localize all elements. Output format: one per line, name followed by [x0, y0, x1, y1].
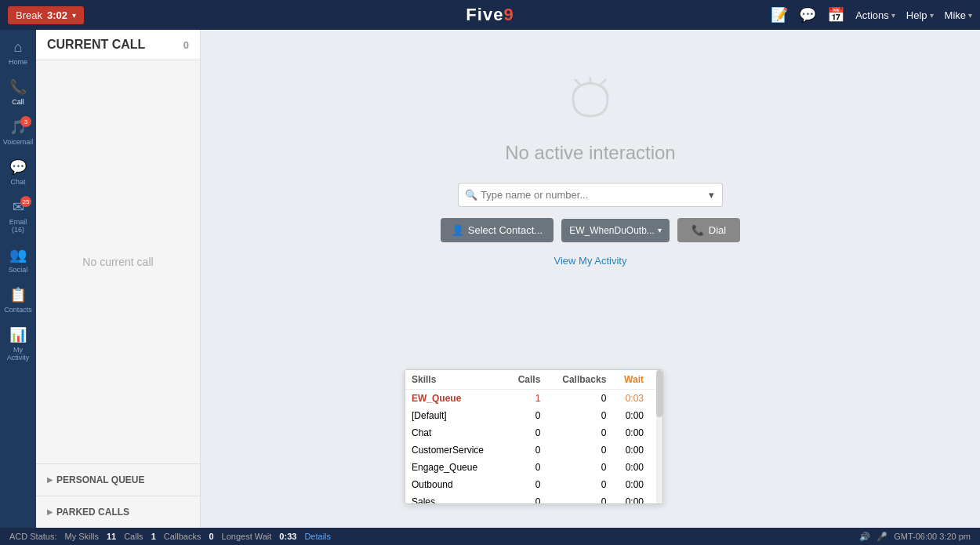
action-row: 👤 Select Contact... EW_WhenDuOutb... ▾ 📞…: [441, 218, 741, 242]
topbar: Break 3:02 ▾ Five9 📝 💬 📅 Actions ▾ Help …: [0, 0, 980, 30]
callbacks-value: 0: [209, 532, 213, 541]
calendar-icon[interactable]: 📅: [827, 6, 844, 24]
skills-table: Skills Calls Callbacks Wait EW_Queue 1 0…: [405, 370, 662, 503]
longest-wait-label: Longest Wait: [222, 532, 272, 541]
no-current-call-message: No current call: [36, 60, 200, 463]
sidebar-item-voicemail[interactable]: 3 🎵 Voicemail: [0, 112, 36, 152]
help-arrow-icon: ▾: [930, 11, 934, 20]
skills-table-row: EW_Queue 1 0 0:03: [405, 390, 662, 408]
svg-line-2: [601, 79, 606, 85]
social-icon: 👥: [9, 246, 27, 263]
sidebar: ⌂ Home 📞 Call 3 🎵 Voicemail 💬 Chat 25 ✉ …: [0, 30, 36, 528]
skills-cell-name: EW_Queue: [405, 390, 506, 408]
col-wait: Wait: [612, 370, 650, 390]
current-call-count: 0: [183, 39, 189, 51]
search-icon: 🔍: [465, 189, 477, 201]
statusbar-left: ACD Status: My Skills 11 Calls 1 Callbac…: [9, 532, 331, 541]
skills-cell-name: CustomerService: [405, 441, 506, 459]
search-input[interactable]: [458, 183, 701, 207]
sidebar-item-contacts[interactable]: 📋 Contacts: [0, 280, 36, 320]
select-contact-person-icon: 👤: [452, 224, 464, 236]
skills-cell-callbacks: 0: [546, 424, 612, 441]
skills-table-row: Sales 0 0 0:00: [405, 493, 662, 503]
skills-cell-calls: 1: [506, 390, 546, 408]
scrollbar-track[interactable]: [656, 370, 662, 503]
main-layout: ⌂ Home 📞 Call 3 🎵 Voicemail 💬 Chat 25 ✉ …: [0, 30, 980, 528]
dial-button[interactable]: 📞 Dial: [677, 218, 740, 242]
acd-status-label: ACD Status:: [9, 532, 57, 541]
break-button[interactable]: Break 3:02 ▾: [8, 6, 84, 24]
statusbar-time: GMT-06:00 3:20 pm: [894, 532, 971, 541]
break-timer: 3:02: [47, 9, 67, 21]
parked-calls-arrow-icon: ▶: [47, 508, 53, 516]
personal-queue-header[interactable]: ▶ PERSONAL QUEUE: [36, 471, 200, 489]
calls-value: 1: [151, 532, 156, 541]
parked-calls-header[interactable]: ▶ PARKED CALLS: [36, 503, 200, 521]
no-interaction-text: No active interaction: [505, 142, 675, 164]
select-contact-button[interactable]: 👤 Select Contact...: [441, 218, 554, 242]
parked-calls-section: ▶ PARKED CALLS: [36, 496, 200, 528]
parked-calls-label: PARKED CALLS: [56, 507, 129, 518]
topbar-right: 📝 💬 📅 Actions ▾ Help ▾ Mike ▾: [771, 6, 972, 24]
sidebar-item-home[interactable]: ⌂ Home: [0, 33, 36, 72]
skills-table-row: Engage_Queue 0 0 0:00: [405, 459, 662, 476]
current-call-title: CURRENT CALL: [47, 38, 145, 52]
col-callbacks: Callbacks: [546, 370, 612, 390]
phone-icon-area: [559, 77, 622, 126]
sidebar-item-social[interactable]: 👥 Social: [0, 240, 36, 280]
skills-cell-wait: 0:00: [612, 441, 650, 459]
sidebar-item-email[interactable]: 25 ✉ Email (16): [0, 192, 36, 240]
sidebar-item-chat[interactable]: 💬 Chat: [0, 152, 36, 192]
home-icon: ⌂: [14, 39, 23, 56]
skills-cell-callbacks: 0: [546, 493, 612, 503]
notes-icon[interactable]: 📝: [771, 6, 788, 24]
details-link[interactable]: Details: [304, 532, 331, 541]
statusbar-mic-icon[interactable]: 🎤: [877, 532, 887, 542]
help-label: Help: [906, 9, 927, 21]
skills-cell-wait: 0:00: [612, 476, 650, 493]
break-label: Break: [16, 9, 42, 21]
sidebar-email-label: Email (16): [3, 218, 33, 234]
skills-cell-callbacks: 0: [546, 459, 612, 476]
sidebar-call-label: Call: [12, 98, 24, 106]
campaign-label: EW_WhenDuOutb...: [569, 225, 655, 236]
sidebar-myactivity-label: My Activity: [3, 346, 33, 362]
my-skills-label: My Skills: [65, 532, 99, 541]
skills-cell-callbacks: 0: [546, 390, 612, 408]
skills-table-header-row: Skills Calls Callbacks Wait: [405, 370, 662, 390]
skills-cell-wait: 0:00: [612, 424, 650, 441]
app-logo: Five9: [466, 5, 514, 25]
statusbar-speaker-icon[interactable]: 🔊: [859, 532, 870, 542]
call-icon: 📞: [9, 78, 27, 96]
skills-cell-calls: 0: [506, 476, 546, 493]
chat-icon[interactable]: 💬: [799, 6, 816, 24]
campaign-arrow-icon: ▾: [658, 226, 662, 234]
main-content: No active interaction 🔍 ▾ 👤 Select Conta…: [201, 30, 980, 528]
user-menu-button[interactable]: Mike ▾: [945, 9, 972, 21]
sidebar-voicemail-label: Voicemail: [3, 138, 34, 146]
scrollbar-thumb[interactable]: [656, 370, 662, 417]
search-dropdown-button[interactable]: ▾: [701, 183, 723, 207]
actions-label: Actions: [855, 9, 889, 21]
statusbar: ACD Status: My Skills 11 Calls 1 Callbac…: [0, 528, 980, 545]
campaign-dropdown-button[interactable]: EW_WhenDuOutb... ▾: [561, 219, 670, 242]
sidebar-item-myactivity[interactable]: 📊 My Activity: [0, 320, 36, 368]
skills-table-body: EW_Queue 1 0 0:03 [Default] 0 0 0:00 Cha…: [405, 390, 662, 504]
break-arrow-icon: ▾: [72, 11, 76, 20]
interaction-area: No active interaction 🔍 ▾ 👤 Select Conta…: [441, 77, 741, 267]
callbacks-label: Callbacks: [164, 532, 201, 541]
skills-cell-calls: 0: [506, 459, 546, 476]
skills-table-wrap: Skills Calls Callbacks Wait EW_Queue 1 0…: [405, 369, 663, 504]
actions-button[interactable]: Actions ▾: [855, 9, 895, 21]
skills-cell-wait: 0:03: [612, 390, 650, 408]
select-contact-label: Select Contact...: [468, 224, 543, 236]
sidebar-item-call[interactable]: 📞 Call: [0, 72, 36, 112]
search-row: 🔍 ▾: [458, 183, 723, 207]
help-button[interactable]: Help ▾: [906, 9, 934, 21]
skills-cell-name: Chat: [405, 424, 506, 441]
skills-cell-calls: 0: [506, 493, 546, 503]
personal-queue-section: ▶ PERSONAL QUEUE: [36, 463, 200, 496]
chat-sidebar-icon: 💬: [9, 158, 27, 176]
view-activity-link[interactable]: View My Activity: [554, 255, 627, 267]
myactivity-icon: 📊: [9, 326, 27, 343]
